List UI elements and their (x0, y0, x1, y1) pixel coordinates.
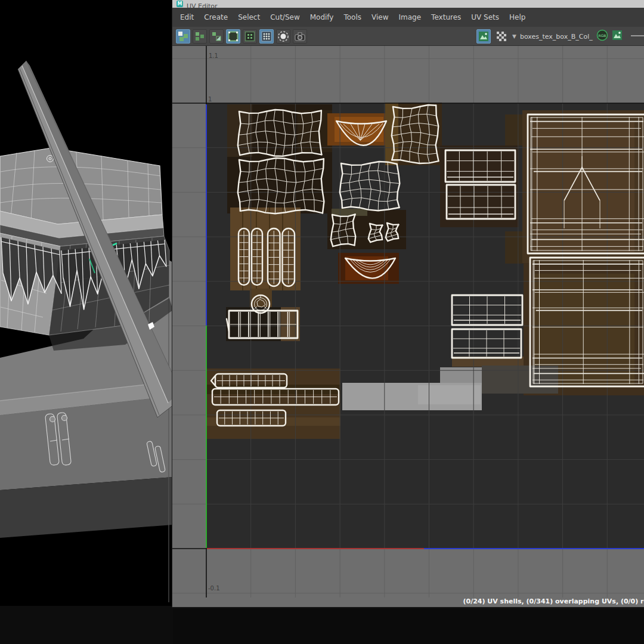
uv-canvas[interactable]: 1.1 1 -0.1 (172, 46, 644, 597)
maya-app-icon: M (177, 1, 183, 7)
texture-dropdown-caret-icon[interactable]: ▼ (512, 33, 516, 39)
image-dim-icon[interactable] (243, 29, 257, 44)
uv-editor-window: M UV Editor EditCreateSelectCut/SewModif… (172, 0, 644, 607)
uv-snapshot-camera-icon[interactable] (293, 29, 307, 44)
menu-item-textures[interactable]: Textures (431, 13, 461, 21)
display-image-icon[interactable] (226, 29, 240, 44)
image-icon[interactable] (612, 30, 623, 43)
menu-item-view[interactable]: View (371, 13, 388, 21)
menu-item-cut-sew[interactable]: Cut/Sew (270, 13, 300, 21)
menu-item-uv-sets[interactable]: UV Sets (471, 13, 499, 21)
texture-display-icon[interactable] (476, 29, 491, 44)
menu-item-edit[interactable]: Edit (180, 13, 194, 21)
checkerboard-icon[interactable] (494, 29, 509, 44)
toolbar: ▼ boxes_tex_box_B_Col_ RGB (172, 27, 644, 46)
menu-item-select[interactable]: Select (238, 13, 260, 21)
axis-label-1-1: 1.1 (209, 52, 218, 59)
shaded-uv-icon[interactable] (276, 29, 290, 44)
uv-shell-tiles-icon[interactable] (176, 29, 190, 44)
menu-item-modify[interactable]: Modify (310, 13, 334, 21)
tile-fade-icon[interactable] (209, 29, 224, 44)
axis-label-neg-0-1: -0.1 (208, 585, 220, 592)
texture-name-label[interactable]: boxes_tex_box_B_Col_ (520, 33, 593, 41)
menu-item-create[interactable]: Create (204, 13, 228, 21)
svg-text:RGB: RGB (598, 33, 606, 38)
exposure-slider[interactable] (631, 35, 644, 36)
menu-item-tools[interactable]: Tools (343, 13, 361, 21)
axis-label-1: 1 (208, 96, 212, 103)
3d-viewport[interactable] (0, 0, 173, 644)
menu-item-image[interactable]: Image (399, 13, 422, 21)
menu-item-help[interactable]: Help (509, 13, 525, 21)
screen: M UV Editor EditCreateSelectCut/SewModif… (0, 0, 644, 644)
title-bar[interactable]: M UV Editor (172, 0, 644, 8)
menu-bar: EditCreateSelectCut/SewModifyToolsViewIm… (172, 8, 644, 27)
rgb-channels-icon[interactable]: RGB (596, 29, 608, 44)
pixel-grid-icon[interactable] (259, 29, 274, 44)
window-title: UV Editor (187, 4, 218, 8)
status-bar: (0/24) UV shells, (0/341) overlapping UV… (172, 597, 644, 606)
tile-blocks-icon[interactable] (193, 29, 207, 44)
